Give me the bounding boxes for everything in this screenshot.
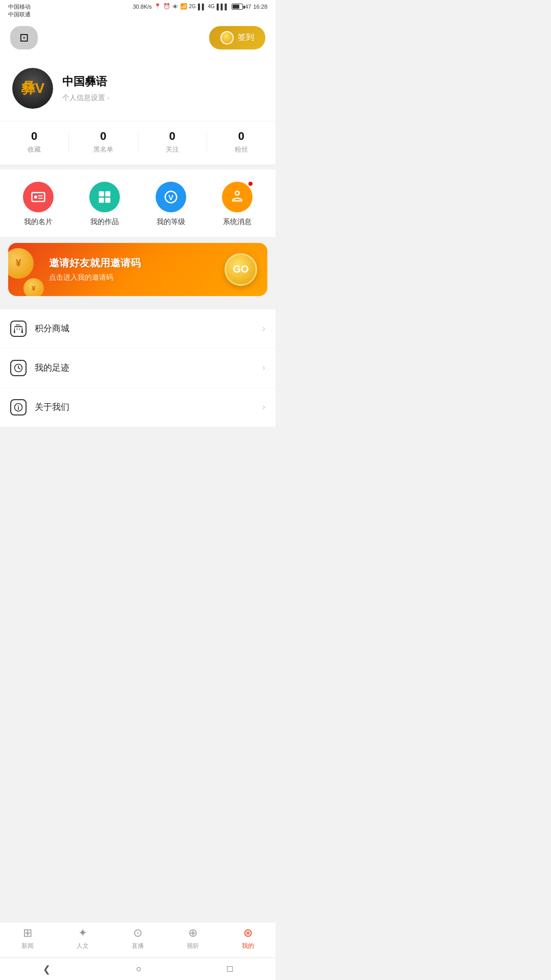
checkin-label: 签到 — [238, 32, 254, 43]
stat-blacklist[interactable]: 0 黑名单 — [69, 130, 137, 154]
clock-icon — [13, 363, 23, 373]
footprint-label: 我的足迹 — [35, 362, 254, 374]
wifi-icon: 📶 — [180, 3, 187, 10]
svg-point-12 — [18, 405, 19, 406]
card-icon-circle — [23, 182, 54, 212]
svg-rect-6 — [99, 198, 104, 203]
banner-title: 邀请好友就用邀请码 — [49, 256, 141, 270]
collections-label: 收藏 — [28, 145, 41, 154]
card-label: 我的名片 — [24, 217, 53, 227]
works-label: 我的作品 — [90, 217, 119, 227]
carrier1: 中国移动 — [8, 3, 31, 11]
coin-icon — [220, 31, 234, 44]
svg-rect-0 — [32, 192, 45, 202]
chevron-right-footprint: › — [262, 362, 265, 373]
menu-item-footprint[interactable]: 我的足迹 › — [0, 349, 276, 388]
about-icon — [10, 399, 27, 415]
decor-coin-2: ¥ — [23, 278, 44, 296]
battery-icon — [232, 4, 243, 10]
scan-button[interactable]: ⊡ — [10, 26, 38, 50]
carrier2: 中国联通 — [8, 11, 31, 18]
signal-2g-icon: 2G — [189, 4, 196, 9]
fans-label: 粉丝 — [235, 145, 248, 154]
collections-count: 0 — [31, 130, 37, 143]
svg-rect-4 — [99, 191, 104, 197]
signal-bar2-icon: ▌▌▌ — [217, 4, 229, 10]
eye-icon: 👁 — [172, 4, 178, 10]
status-right: 30.8K/s 📍 ⏰ 👁 📶 2G ▌▌ 4G ▌▌▌ 47 16:28 — [133, 3, 267, 10]
messages-icon-circle — [222, 182, 253, 212]
menu-level[interactable]: V 我的等级 — [156, 182, 186, 227]
svg-text:V: V — [168, 193, 173, 202]
banner-go-button[interactable]: GO — [224, 253, 257, 286]
blacklist-count: 0 — [100, 130, 106, 143]
following-count: 0 — [169, 130, 176, 143]
settings-label: 个人信息设置 — [62, 93, 105, 103]
signal-bar-icon: ▌▌ — [198, 4, 206, 10]
messages-label: 系统消息 — [223, 217, 252, 227]
card-icon — [31, 189, 46, 205]
footprint-icon — [10, 360, 27, 376]
following-label: 关注 — [166, 145, 179, 154]
location-icon: 📍 — [154, 3, 161, 10]
chevron-right-icon: › — [107, 94, 109, 102]
chevron-right-shop: › — [262, 323, 265, 334]
level-icon: V — [163, 189, 179, 205]
carrier-info: 中国移动 中国联通 — [8, 3, 31, 19]
banner-subtitle: 点击进入我的邀请码 — [49, 273, 141, 282]
info-icon — [13, 402, 23, 412]
svg-rect-7 — [105, 198, 110, 203]
level-label: 我的等级 — [157, 217, 185, 227]
blacklist-label: 黑名单 — [93, 145, 113, 154]
speed-indicator: 30.8K/s — [133, 4, 152, 10]
signal-4g-icon: 4G — [208, 4, 214, 9]
menu-icons-row: 我的名片 我的作品 V 我的等级 — [0, 169, 276, 237]
profile-name: 中国彝语 — [62, 74, 263, 89]
avatar-logo: 彝V — [21, 79, 45, 98]
banner-text: 邀请好友就用邀请码 点击进入我的邀请码 — [49, 256, 141, 282]
shop-icon — [10, 321, 27, 337]
stat-following[interactable]: 0 关注 — [138, 130, 207, 154]
about-label: 关于我们 — [35, 401, 254, 413]
status-bar: 中国移动 中国联通 30.8K/s 📍 ⏰ 👁 📶 2G ▌▌ 4G ▌▌▌ 4… — [0, 0, 276, 21]
svg-point-1 — [34, 195, 37, 199]
menu-item-shop[interactable]: 积分商城 › — [0, 309, 276, 349]
works-icon-circle — [89, 182, 120, 212]
scan-icon: ⊡ — [19, 31, 29, 44]
menu-item-about[interactable]: 关于我们 › — [0, 388, 276, 427]
alarm-icon: ⏰ — [163, 3, 170, 10]
menu-card[interactable]: 我的名片 — [23, 182, 54, 227]
profile-settings-button[interactable]: 个人信息设置 › — [62, 93, 263, 103]
settings-icon — [230, 189, 245, 205]
profile-info: 中国彝语 个人信息设置 › — [62, 74, 263, 103]
menu-list: 积分商城 › 我的足迹 › 关于我们 › — [0, 309, 276, 427]
profile-section: 彝V 中国彝语 个人信息设置 › — [0, 58, 276, 121]
menu-messages[interactable]: 系统消息 — [222, 182, 253, 227]
section-gap-2 — [0, 304, 276, 309]
svg-rect-5 — [105, 191, 110, 197]
level-icon-circle: V — [156, 182, 186, 212]
top-bar: ⊡ 签到 — [0, 21, 276, 58]
menu-works[interactable]: 我的作品 — [89, 182, 120, 227]
stat-collections[interactable]: 0 收藏 — [0, 130, 68, 154]
go-label: GO — [233, 263, 248, 275]
checkin-button[interactable]: 签到 — [209, 26, 265, 50]
stats-row: 0 收藏 0 黑名单 0 关注 0 粉丝 — [0, 121, 276, 164]
time-display: 16:28 — [253, 4, 267, 10]
bag-icon — [13, 324, 23, 334]
fans-count: 0 — [238, 130, 244, 143]
notification-dot — [247, 181, 254, 187]
works-icon — [97, 189, 112, 205]
decor-coin-1: ¥ — [8, 248, 34, 279]
stat-fans[interactable]: 0 粉丝 — [207, 130, 276, 154]
section-gap-1 — [0, 164, 276, 169]
chevron-right-about: › — [262, 402, 265, 412]
shop-label: 积分商城 — [35, 323, 254, 334]
battery-level: 47 — [245, 4, 251, 10]
avatar[interactable]: 彝V — [12, 68, 53, 109]
invite-banner[interactable]: ¥ ¥ 邀请好友就用邀请码 点击进入我的邀请码 GO — [8, 243, 267, 296]
